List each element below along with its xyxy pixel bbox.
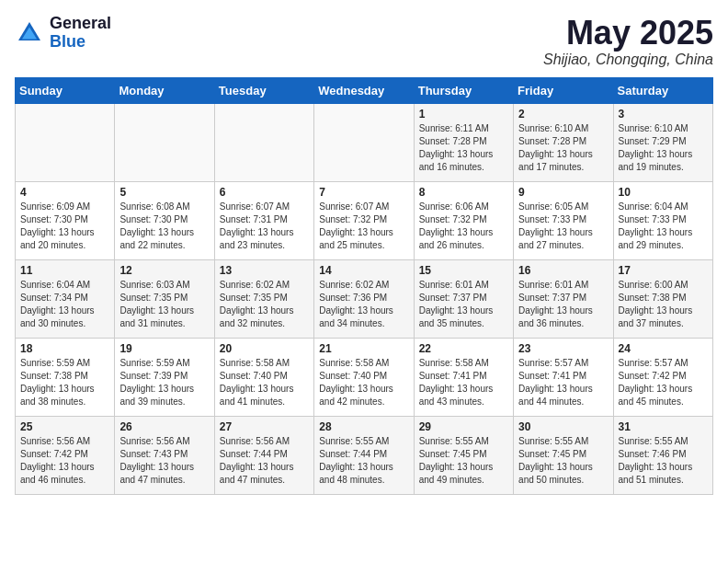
- day-info: Sunrise: 6:04 AM Sunset: 7:33 PM Dayligh…: [619, 201, 708, 252]
- day-number: 12: [119, 264, 209, 277]
- calendar-cell: 10Sunrise: 6:04 AM Sunset: 7:33 PM Dayli…: [613, 181, 712, 259]
- day-info: Sunrise: 6:03 AM Sunset: 7:35 PM Dayligh…: [119, 279, 209, 330]
- day-info: Sunrise: 5:58 AM Sunset: 7:40 PM Dayligh…: [220, 357, 309, 408]
- logo-blue: Blue: [50, 33, 111, 52]
- calendar-cell: [314, 103, 414, 181]
- day-info: Sunrise: 5:58 AM Sunset: 7:41 PM Dayligh…: [419, 357, 508, 408]
- calendar-cell: [214, 103, 313, 181]
- day-info: Sunrise: 5:55 AM Sunset: 7:46 PM Dayligh…: [619, 435, 708, 487]
- day-info: Sunrise: 6:10 AM Sunset: 7:28 PM Dayligh…: [518, 122, 608, 174]
- day-number: 26: [119, 420, 209, 433]
- weekday-header-wednesday: Wednesday: [314, 77, 414, 103]
- logo-icon: [15, 18, 44, 48]
- logo: General Blue: [15, 15, 111, 52]
- day-info: Sunrise: 6:01 AM Sunset: 7:37 PM Dayligh…: [419, 279, 508, 330]
- calendar-cell: 21Sunrise: 5:58 AM Sunset: 7:40 PM Dayli…: [314, 338, 414, 416]
- day-info: Sunrise: 6:05 AM Sunset: 7:33 PM Dayligh…: [518, 201, 608, 252]
- weekday-header-sunday: Sunday: [16, 77, 115, 103]
- day-info: Sunrise: 5:59 AM Sunset: 7:39 PM Dayligh…: [119, 357, 209, 408]
- day-number: 14: [319, 264, 408, 277]
- calendar-cell: 1Sunrise: 6:11 AM Sunset: 7:28 PM Daylig…: [414, 103, 513, 181]
- day-number: 13: [220, 264, 309, 277]
- calendar-cell: 3Sunrise: 6:10 AM Sunset: 7:29 PM Daylig…: [613, 103, 712, 181]
- weekday-header-thursday: Thursday: [414, 77, 513, 103]
- day-info: Sunrise: 6:01 AM Sunset: 7:37 PM Dayligh…: [518, 279, 608, 330]
- day-number: 17: [619, 264, 708, 277]
- day-info: Sunrise: 6:08 AM Sunset: 7:30 PM Dayligh…: [119, 201, 209, 252]
- calendar-cell: 30Sunrise: 5:55 AM Sunset: 7:45 PM Dayli…: [514, 416, 613, 494]
- day-info: Sunrise: 5:57 AM Sunset: 7:41 PM Dayligh…: [518, 357, 608, 408]
- day-number: 7: [319, 186, 408, 199]
- calendar-week-2: 4Sunrise: 6:09 AM Sunset: 7:30 PM Daylig…: [16, 181, 713, 259]
- day-info: Sunrise: 6:00 AM Sunset: 7:38 PM Dayligh…: [619, 279, 708, 330]
- day-number: 29: [419, 420, 508, 433]
- day-number: 18: [20, 342, 109, 355]
- day-info: Sunrise: 6:07 AM Sunset: 7:32 PM Dayligh…: [319, 201, 408, 252]
- day-number: 19: [119, 342, 209, 355]
- day-number: 16: [518, 264, 608, 277]
- calendar-cell: 5Sunrise: 6:08 AM Sunset: 7:30 PM Daylig…: [115, 181, 214, 259]
- day-info: Sunrise: 6:11 AM Sunset: 7:28 PM Dayligh…: [419, 122, 508, 174]
- day-info: Sunrise: 5:59 AM Sunset: 7:38 PM Dayligh…: [20, 357, 109, 408]
- calendar-cell: 25Sunrise: 5:56 AM Sunset: 7:42 PM Dayli…: [16, 416, 115, 494]
- calendar-cell: 11Sunrise: 6:04 AM Sunset: 7:34 PM Dayli…: [16, 259, 115, 338]
- day-number: 15: [419, 264, 508, 277]
- day-number: 5: [119, 186, 209, 199]
- day-info: Sunrise: 6:02 AM Sunset: 7:35 PM Dayligh…: [220, 279, 309, 330]
- day-info: Sunrise: 6:07 AM Sunset: 7:31 PM Dayligh…: [220, 201, 309, 252]
- calendar-cell: 17Sunrise: 6:00 AM Sunset: 7:38 PM Dayli…: [613, 259, 712, 338]
- day-number: 2: [518, 108, 608, 121]
- calendar-cell: 12Sunrise: 6:03 AM Sunset: 7:35 PM Dayli…: [115, 259, 214, 338]
- day-number: 22: [419, 342, 508, 355]
- logo-general: General: [50, 15, 111, 33]
- calendar-cell: 4Sunrise: 6:09 AM Sunset: 7:30 PM Daylig…: [16, 181, 115, 259]
- day-info: Sunrise: 6:02 AM Sunset: 7:36 PM Dayligh…: [319, 279, 408, 330]
- calendar-cell: 24Sunrise: 5:57 AM Sunset: 7:42 PM Dayli…: [613, 338, 712, 416]
- title-block: May 2025 Shijiao, Chongqing, China: [543, 15, 713, 68]
- day-number: 8: [419, 186, 508, 199]
- weekday-header-row: SundayMondayTuesdayWednesdayThursdayFrid…: [16, 77, 713, 103]
- calendar-cell: 26Sunrise: 5:56 AM Sunset: 7:43 PM Dayli…: [115, 416, 214, 494]
- calendar-cell: 23Sunrise: 5:57 AM Sunset: 7:41 PM Dayli…: [514, 338, 613, 416]
- calendar-cell: 19Sunrise: 5:59 AM Sunset: 7:39 PM Dayli…: [115, 338, 214, 416]
- weekday-header-saturday: Saturday: [613, 77, 712, 103]
- day-info: Sunrise: 5:56 AM Sunset: 7:43 PM Dayligh…: [119, 435, 209, 487]
- day-number: 11: [20, 264, 109, 277]
- calendar-week-5: 25Sunrise: 5:56 AM Sunset: 7:42 PM Dayli…: [16, 416, 713, 494]
- calendar-cell: 9Sunrise: 6:05 AM Sunset: 7:33 PM Daylig…: [514, 181, 613, 259]
- calendar-cell: 7Sunrise: 6:07 AM Sunset: 7:32 PM Daylig…: [314, 181, 414, 259]
- calendar-week-3: 11Sunrise: 6:04 AM Sunset: 7:34 PM Dayli…: [16, 259, 713, 338]
- day-info: Sunrise: 5:55 AM Sunset: 7:44 PM Dayligh…: [319, 435, 408, 487]
- day-number: 24: [619, 342, 708, 355]
- day-number: 31: [619, 420, 708, 433]
- calendar-week-4: 18Sunrise: 5:59 AM Sunset: 7:38 PM Dayli…: [16, 338, 713, 416]
- calendar-cell: 31Sunrise: 5:55 AM Sunset: 7:46 PM Dayli…: [613, 416, 712, 494]
- day-info: Sunrise: 5:56 AM Sunset: 7:44 PM Dayligh…: [220, 435, 309, 487]
- day-number: 4: [20, 186, 109, 199]
- calendar-cell: 13Sunrise: 6:02 AM Sunset: 7:35 PM Dayli…: [214, 259, 313, 338]
- day-number: 6: [220, 186, 309, 199]
- day-number: 25: [20, 420, 109, 433]
- day-number: 30: [518, 420, 608, 433]
- day-number: 27: [220, 420, 309, 433]
- day-info: Sunrise: 6:10 AM Sunset: 7:29 PM Dayligh…: [619, 122, 708, 174]
- calendar-week-1: 1Sunrise: 6:11 AM Sunset: 7:28 PM Daylig…: [16, 103, 713, 181]
- month-title: May 2025: [543, 15, 713, 52]
- page-header: General Blue May 2025 Shijiao, Chongqing…: [15, 15, 713, 68]
- logo-text: General Blue: [50, 15, 111, 52]
- calendar-cell: 2Sunrise: 6:10 AM Sunset: 7:28 PM Daylig…: [514, 103, 613, 181]
- day-info: Sunrise: 5:55 AM Sunset: 7:45 PM Dayligh…: [419, 435, 508, 487]
- day-info: Sunrise: 5:57 AM Sunset: 7:42 PM Dayligh…: [619, 357, 708, 408]
- day-info: Sunrise: 5:55 AM Sunset: 7:45 PM Dayligh…: [518, 435, 608, 487]
- calendar-cell: 15Sunrise: 6:01 AM Sunset: 7:37 PM Dayli…: [414, 259, 513, 338]
- day-info: Sunrise: 6:04 AM Sunset: 7:34 PM Dayligh…: [20, 279, 109, 330]
- day-number: 9: [518, 186, 608, 199]
- calendar-cell: [115, 103, 214, 181]
- calendar-cell: 8Sunrise: 6:06 AM Sunset: 7:32 PM Daylig…: [414, 181, 513, 259]
- day-number: 10: [619, 186, 708, 199]
- day-info: Sunrise: 6:09 AM Sunset: 7:30 PM Dayligh…: [20, 201, 109, 252]
- calendar-cell: 28Sunrise: 5:55 AM Sunset: 7:44 PM Dayli…: [314, 416, 414, 494]
- weekday-header-monday: Monday: [115, 77, 214, 103]
- day-info: Sunrise: 5:58 AM Sunset: 7:40 PM Dayligh…: [319, 357, 408, 408]
- calendar-cell: 16Sunrise: 6:01 AM Sunset: 7:37 PM Dayli…: [514, 259, 613, 338]
